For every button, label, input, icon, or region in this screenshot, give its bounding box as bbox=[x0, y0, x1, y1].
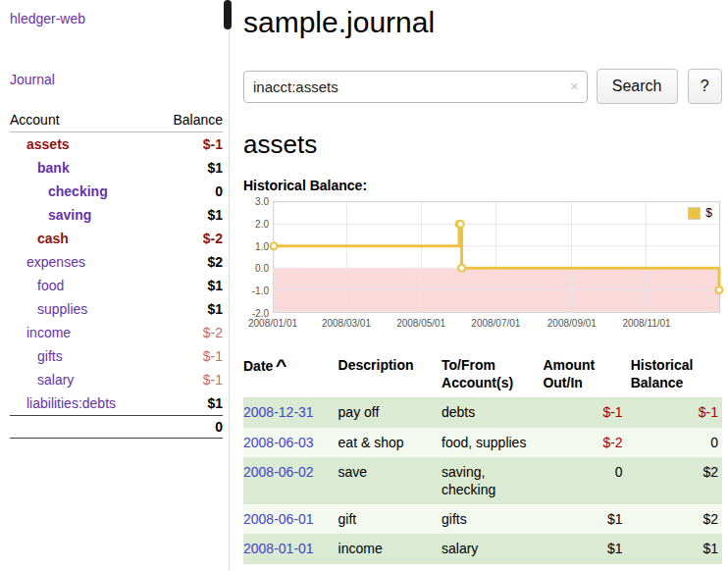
register-row: 2008-06-01giftgifts$1$2 bbox=[243, 504, 722, 534]
scrollbar-thumb[interactable] bbox=[224, 0, 232, 29]
account-link[interactable]: income bbox=[26, 325, 71, 340]
y-axis-label: -1.0 bbox=[252, 286, 269, 296]
account-row: liabilities:debts$1 bbox=[10, 391, 223, 416]
account-row: bank$1 bbox=[10, 156, 223, 180]
register-row: 2008-01-01incomesalary$1$1 bbox=[243, 534, 722, 563]
register-date-cell: 2008-06-02 bbox=[243, 457, 338, 504]
account-link[interactable]: cash bbox=[37, 231, 69, 246]
chart-title: Historical Balance: bbox=[243, 178, 722, 193]
register-amount-cell: $-1 bbox=[543, 397, 630, 427]
account-link[interactable]: supplies bbox=[37, 301, 87, 317]
register-accounts-cell: saving, checking bbox=[442, 457, 543, 504]
chart-y-axis: 3.02.01.00.0-1.0-2.0 bbox=[243, 201, 269, 313]
register-balance-cell: $1 bbox=[631, 534, 722, 563]
chart-svg bbox=[274, 202, 719, 312]
main-content: sample.journal × Search ? assets Histori… bbox=[243, 0, 728, 564]
account-row: saving$1 bbox=[10, 203, 223, 227]
x-axis-label: 2008/03/01 bbox=[322, 318, 371, 329]
account-balance: $-2 bbox=[155, 227, 223, 250]
register-row: 2008-12-31pay offdebts$-1$-1 bbox=[243, 397, 722, 427]
account-link[interactable]: salary bbox=[37, 372, 74, 388]
account-balance: $1 bbox=[155, 297, 223, 321]
x-axis-label: 2008/01/01 bbox=[248, 318, 297, 329]
sidebar: hledger-web Journal Account Balance asse… bbox=[0, 0, 229, 439]
account-row: expenses$2 bbox=[10, 250, 223, 274]
register-date-cell: 2008-12-31 bbox=[243, 397, 338, 427]
x-axis-label: 2008/09/01 bbox=[547, 318, 597, 329]
account-link[interactable]: bank bbox=[37, 160, 70, 176]
search-input[interactable] bbox=[243, 71, 588, 103]
account-balance: $-1 bbox=[155, 132, 223, 157]
account-row: food$1 bbox=[10, 274, 223, 297]
register-accounts-cell: food, supplies bbox=[442, 428, 543, 457]
accounts-total-spacer bbox=[10, 416, 155, 439]
account-link[interactable]: assets bbox=[26, 136, 70, 152]
register-header-description: Description bbox=[338, 352, 442, 397]
search-box: × bbox=[243, 71, 588, 103]
help-button[interactable]: ? bbox=[688, 69, 723, 104]
account-balance: 0 bbox=[155, 180, 223, 203]
account-link[interactable]: checking bbox=[48, 183, 108, 199]
register-table: Date^ Description To/From Account(s) Amo… bbox=[243, 352, 722, 564]
register-balance-cell: $-1 bbox=[631, 397, 722, 427]
register-amount-cell: $1 bbox=[543, 504, 630, 534]
account-row: cash$-2 bbox=[10, 227, 223, 250]
account-link[interactable]: food bbox=[37, 278, 64, 293]
account-row: supplies$1 bbox=[10, 297, 223, 321]
chart-legend: $ bbox=[685, 205, 715, 221]
register-header-date[interactable]: Date^ bbox=[243, 352, 338, 397]
register-accounts-cell: salary bbox=[442, 534, 543, 563]
balance-chart: 3.02.01.00.0-1.0-2.0 $ 2008/01/012008/03… bbox=[243, 201, 722, 333]
y-axis-label: 0.0 bbox=[255, 263, 269, 274]
account-balance: $-1 bbox=[155, 344, 223, 368]
register-balance-cell: $2 bbox=[631, 457, 722, 504]
account-row: gifts$-1 bbox=[10, 344, 223, 368]
legend-label: $ bbox=[705, 206, 712, 220]
account-row: salary$-1 bbox=[10, 368, 223, 391]
account-balance: $1 bbox=[155, 391, 223, 416]
register-amount-cell: 0 bbox=[543, 457, 630, 504]
sidebar-divider bbox=[229, 0, 230, 571]
account-link[interactable]: expenses bbox=[26, 254, 85, 270]
register-date-cell: 2008-06-03 bbox=[243, 428, 338, 457]
register-accounts-cell: gifts bbox=[442, 504, 543, 534]
y-axis-label: 1.0 bbox=[255, 240, 269, 251]
account-link[interactable]: liabilities:debts bbox=[26, 395, 116, 411]
transaction-date-link[interactable]: 2008-12-31 bbox=[243, 404, 314, 420]
account-balance: $1 bbox=[155, 203, 223, 227]
register-balance-cell: $2 bbox=[631, 504, 722, 534]
account-heading: assets bbox=[243, 130, 722, 160]
account-row: assets$-1 bbox=[10, 132, 223, 157]
accounts-header-balance: Balance bbox=[155, 108, 223, 132]
register-description-cell: income bbox=[338, 534, 442, 563]
register-header-accounts: To/From Account(s) bbox=[442, 352, 543, 397]
y-axis-label: 3.0 bbox=[255, 196, 269, 207]
accounts-total-balance: 0 bbox=[155, 416, 223, 439]
transaction-date-link[interactable]: 2008-01-01 bbox=[243, 541, 314, 556]
register-header-balance: Historical Balance bbox=[631, 352, 722, 397]
transaction-date-link[interactable]: 2008-06-02 bbox=[243, 464, 314, 480]
transaction-date-link[interactable]: 2008-06-03 bbox=[243, 435, 314, 450]
transaction-date-link[interactable]: 2008-06-01 bbox=[243, 511, 314, 527]
account-row: checking0 bbox=[10, 180, 223, 203]
x-axis-label: 2008/11/01 bbox=[622, 318, 670, 329]
register-date-cell: 2008-06-01 bbox=[243, 504, 338, 534]
chart-x-axis: 2008/01/012008/03/012008/05/012008/07/01… bbox=[273, 318, 720, 332]
register-balance-cell: 0 bbox=[631, 428, 722, 457]
nav-journal-link[interactable]: Journal bbox=[10, 72, 55, 87]
x-axis-label: 2008/05/01 bbox=[396, 318, 445, 329]
account-balance: $-2 bbox=[155, 321, 223, 344]
account-link[interactable]: gifts bbox=[37, 348, 63, 364]
sort-asc-icon: ^ bbox=[276, 356, 287, 377]
accounts-header-account: Account bbox=[10, 108, 155, 132]
app-title-link[interactable]: hledger-web bbox=[10, 11, 85, 26]
account-balance: $1 bbox=[155, 274, 223, 297]
x-axis-label: 2008/07/01 bbox=[471, 318, 520, 329]
clear-search-icon[interactable]: × bbox=[570, 78, 579, 93]
page-title: sample.journal bbox=[243, 6, 722, 39]
search-button[interactable]: Search bbox=[597, 69, 678, 104]
accounts-table: Account Balance assets$-1bank$1checking0… bbox=[10, 108, 223, 439]
register-amount-cell: $-2 bbox=[543, 428, 630, 457]
account-link[interactable]: saving bbox=[48, 207, 91, 223]
register-description-cell: pay off bbox=[338, 397, 442, 427]
